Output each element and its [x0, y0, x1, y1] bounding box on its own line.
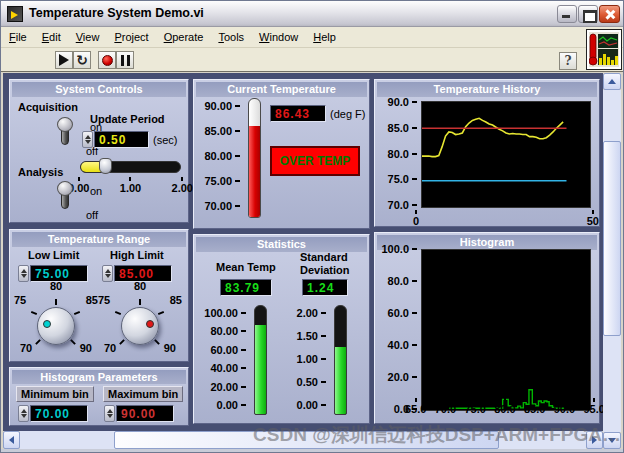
current-temperature-value: 86.43 — [270, 105, 326, 122]
update-period-value[interactable]: 0.50 — [94, 131, 149, 148]
title-bar[interactable]: Temperature System Demo.vi — [1, 1, 624, 27]
run-button[interactable] — [55, 51, 73, 69]
watermark: CSDN @深圳信迈科技DSP+ARM+FPGA… — [253, 422, 621, 448]
high-limit-knob-group: 80 75 85 70 90 — [94, 280, 186, 360]
tick-label: 0.00 — [288, 399, 326, 411]
tick-label: 0 — [413, 210, 419, 227]
update-period-scale: 0.001.002.00 — [68, 177, 193, 194]
over-temp-indicator: OVER TEMP — [270, 146, 360, 176]
standard-deviation-value: 1.24 — [302, 279, 348, 296]
maximum-bin-value[interactable]: 90.00 — [116, 405, 174, 422]
high-limit-knob[interactable] — [121, 307, 159, 345]
tick-label: 65.0 — [405, 398, 426, 415]
tick-label: 70.00 — [196, 200, 240, 212]
mean-temp-value: 83.79 — [220, 279, 272, 296]
vertical-scrollbar-thumb[interactable] — [603, 141, 621, 336]
menu-item-tools[interactable]: Tools — [218, 31, 244, 43]
menu-item-operate[interactable]: Operate — [164, 31, 204, 43]
knob-tick-label: 70 — [20, 342, 32, 354]
scroll-left-button[interactable] — [3, 431, 20, 449]
minimize-button[interactable] — [557, 5, 577, 23]
acquisition-switch[interactable] — [57, 117, 73, 147]
menu-item-help[interactable]: Help — [313, 31, 336, 43]
minimum-bin-label: Minimum bin — [16, 386, 94, 402]
labview-app-icon — [7, 6, 23, 22]
tick-label: 80.0 — [377, 275, 417, 287]
low-limit-knob[interactable] — [37, 307, 75, 345]
maximum-bin-spinner[interactable] — [104, 405, 115, 422]
panel-title: Current Temperature — [196, 82, 367, 97]
standard-deviation-label: Standard Deviation — [300, 251, 350, 277]
tick-label: 100.0 — [377, 243, 417, 255]
thermometer-fill — [249, 126, 260, 217]
acquisition-label: Acquisition — [18, 101, 78, 113]
high-limit-label: High Limit — [110, 249, 164, 261]
menu-item-file[interactable]: File — [9, 31, 27, 43]
switch-knob[interactable] — [57, 117, 73, 132]
mean-bar-fill — [255, 325, 266, 414]
tick-label: 0.00 — [194, 399, 246, 411]
abort-button[interactable] — [98, 51, 116, 69]
tick-label: 20.0 — [377, 371, 417, 383]
low-limit-label: Low Limit — [28, 249, 79, 261]
update-period-slider[interactable] — [80, 161, 181, 173]
knob-tick-label: 75 — [98, 294, 110, 306]
analysis-off-label: off — [86, 209, 98, 221]
update-period-spinner[interactable] — [82, 131, 93, 148]
tick-label: 60.00 — [194, 344, 246, 356]
tick-label: 1.00 — [288, 353, 326, 365]
tick-label: 90.0 — [554, 398, 575, 415]
vi-icon[interactable] — [586, 29, 622, 70]
switch-knob[interactable] — [57, 181, 73, 196]
tick-label: 75.00 — [196, 175, 240, 187]
analysis-on-label: on — [90, 185, 102, 197]
thermometer — [248, 98, 261, 218]
mean-temp-label: Mean Temp — [216, 261, 276, 273]
tick-label: 80.00 — [194, 325, 246, 337]
update-period-unit: (sec) — [153, 134, 177, 146]
knob-tick-label: 80 — [94, 280, 186, 292]
tick-label: 60.0 — [377, 307, 417, 319]
close-button[interactable] — [599, 5, 620, 23]
panel-current-temperature: Current Temperature 90.0085.0080.0075.00… — [193, 79, 370, 229]
menu-item-edit[interactable]: Edit — [42, 31, 61, 43]
minimum-bin-spinner[interactable] — [18, 405, 29, 422]
menu-item-window[interactable]: Window — [259, 31, 298, 43]
toolbar: ↻ ? — [1, 48, 624, 72]
high-limit-knob-pointer — [146, 320, 154, 328]
pause-button[interactable] — [116, 51, 134, 69]
tick-label: 40.00 — [194, 362, 246, 374]
mean-temp-bar — [254, 305, 267, 415]
panel-statistics: Statistics Mean Temp Standard Deviation … — [193, 234, 370, 424]
knob-tick-label: 90 — [80, 342, 92, 354]
update-period-label: Update Period — [90, 113, 165, 125]
scroll-up-button[interactable] — [603, 73, 621, 90]
window-bottom-edge — [1, 449, 624, 453]
tick-label: 75.0 — [379, 173, 417, 185]
vi-window: Temperature System Demo.vi FileEditViewP… — [0, 0, 624, 453]
run-arrow-icon — [59, 54, 69, 66]
thermometer-scale: 90.0085.0080.0075.0070.00 — [196, 100, 240, 212]
maximize-button[interactable] — [578, 5, 598, 23]
panel-temperature-range: Temperature Range Low Limit High Limit 7… — [9, 229, 189, 362]
tick-label: 100.00 — [194, 307, 246, 319]
pause-icon — [121, 55, 130, 66]
knob-tick-label: 70 — [104, 342, 116, 354]
run-continuously-button[interactable]: ↻ — [73, 51, 91, 69]
update-period-slider-handle[interactable] — [99, 158, 112, 174]
menu-item-view[interactable]: View — [76, 31, 100, 43]
analysis-switch[interactable] — [57, 181, 73, 211]
tick-label: 1.00 — [120, 177, 141, 194]
tick-label: 2.00 — [172, 177, 193, 194]
tick-label: 40.0 — [377, 339, 417, 351]
maximum-bin-label: Maximum bin — [103, 386, 183, 402]
menu-item-project[interactable]: Project — [114, 31, 148, 43]
help-button[interactable]: ? — [559, 52, 577, 70]
minimum-bin-value[interactable]: 70.00 — [30, 405, 88, 422]
panel-title: Temperature Range — [12, 232, 186, 247]
tick-label: 85.0 — [379, 122, 417, 134]
panel-temperature-history: Temperature History 90.085.080.075.070.0… — [374, 79, 600, 227]
tick-label: 0.50 — [288, 376, 326, 388]
tick-label: 2.00 — [288, 307, 326, 319]
help-icon: ? — [564, 54, 571, 68]
